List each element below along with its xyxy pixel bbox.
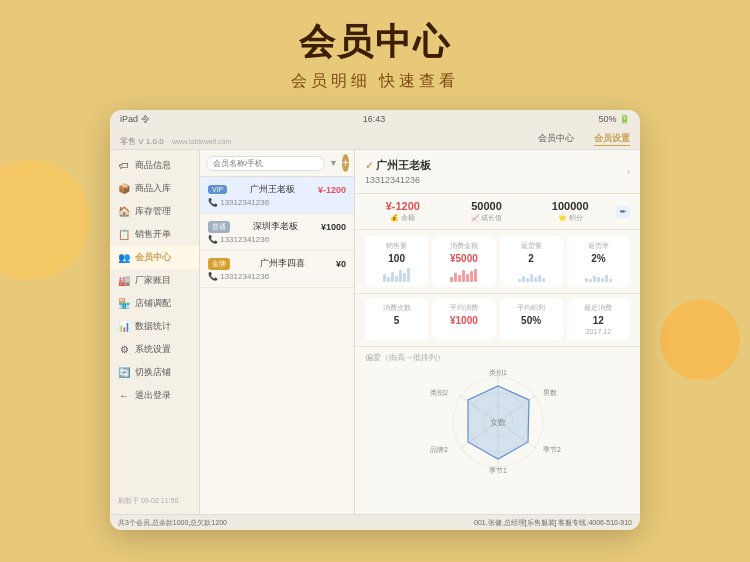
sidebar-label-logout: 退出登录 <box>135 389 171 402</box>
status-time: 16:43 <box>363 114 386 124</box>
data-grid-2: 消费次数 5 平均消费 ¥1000 平均积利 50% 最近消费 12 201 <box>355 294 640 347</box>
member-badge-1: VIP <box>208 185 227 194</box>
stat-balance: ¥-1200 💰 余额 <box>365 200 441 223</box>
svg-text:季节1: 季节1 <box>489 467 507 474</box>
sidebar-label-product-info: 商品信息 <box>135 159 171 172</box>
sidebar-item-logout[interactable]: ← 退出登录 <box>110 384 199 407</box>
status-bottom-right: 001,张健,总经理[乐售服装] 客服专线:4006-510-910 <box>474 518 632 528</box>
sidebar-item-product-info[interactable]: 🏷 商品信息 <box>110 154 199 177</box>
stat-growth-label: 📈 成长值 <box>449 213 525 223</box>
edit-button[interactable]: ✏ <box>616 206 630 218</box>
sidebar-item-factory[interactable]: 🏭 厂家账目 <box>110 269 199 292</box>
inventory-icon: 🏠 <box>118 206 130 217</box>
member-phone-1: 📞 13312341236 <box>208 198 346 207</box>
member-name-3: 广州李四喜 <box>260 257 305 270</box>
member-item-3[interactable]: 金牌 广州李四喜 ¥0 📞 13312341236 <box>200 251 354 288</box>
cell-sales-sparkline <box>371 266 422 282</box>
sidebar-item-stores[interactable]: 🏪 店铺调配 <box>110 292 199 315</box>
member-detail-panel: 广州王老板 13312341236 › ¥-1200 💰 余额 50000 📈 … <box>355 150 640 514</box>
member-item-2[interactable]: 普通 深圳李老板 ¥1000 📞 13312341236 <box>200 214 354 251</box>
member-item-1[interactable]: VIP 广州王老板 ¥-1200 📞 13312341236 <box>200 177 354 214</box>
sidebar-item-settings[interactable]: ⚙ 系统设置 <box>110 338 199 361</box>
app-site: www.tablewell.com <box>172 138 231 145</box>
stat-points: 100000 ⭐ 积分 <box>532 200 608 223</box>
bg-decoration-right <box>660 300 740 380</box>
sidebar-item-product-import[interactable]: 📦 商品入库 <box>110 177 199 200</box>
svg-text:类别2: 类别2 <box>430 389 448 396</box>
member-edit-button[interactable]: › <box>627 167 630 177</box>
device-frame: iPad 令 16:43 50% 🔋 零售 V 1.0.0 www.tablew… <box>110 110 640 530</box>
app-version-info: 零售 V 1.0.0 www.tablewell.com <box>120 130 231 148</box>
cell-avg-consume-label: 平均消费 <box>438 303 489 313</box>
stat-growth: 50000 📈 成长值 <box>449 200 525 223</box>
status-bar-bottom: 共3个会员,总余款1000,总欠款1200 001,张健,总经理[乐售服装] 客… <box>110 514 640 530</box>
member-name-2: 深圳李老板 <box>253 220 298 233</box>
member-phone-3: 📞 13312341236 <box>208 272 346 281</box>
cell-avg-profit: 平均积利 50% <box>500 298 563 340</box>
sidebar-label-stats: 数据统计 <box>135 320 171 333</box>
title-area: 会员中心 会员明细 快速查看 <box>0 0 750 100</box>
switch-icon: 🔄 <box>118 367 130 378</box>
member-search-input[interactable] <box>206 156 325 171</box>
sidebar-label-inventory: 库存管理 <box>135 205 171 218</box>
sidebar-item-members[interactable]: 👥 会员中心 <box>110 246 199 269</box>
cell-avg-consume-value: ¥1000 <box>438 315 489 326</box>
sidebar: 🏷 商品信息 📦 商品入库 🏠 库存管理 📋 销售开单 👥 会员中心 🏭 <box>110 150 200 514</box>
stat-growth-value: 50000 <box>449 200 525 212</box>
cell-last-consume: 最近消费 12 2017.12 <box>567 298 630 340</box>
sidebar-item-stats[interactable]: 📊 数据统计 <box>110 315 199 338</box>
member-badge-3: 金牌 <box>208 258 230 270</box>
member-amount-1: ¥-1200 <box>318 185 346 195</box>
sidebar-label-stores: 店铺调配 <box>135 297 171 310</box>
page-subtitle: 会员明细 快速查看 <box>0 71 750 92</box>
settings-icon: ⚙ <box>118 344 130 355</box>
tab-member-settings[interactable]: 会员设置 <box>594 132 630 146</box>
bg-decoration-left <box>0 160 90 280</box>
sidebar-item-inventory[interactable]: 🏠 库存管理 <box>110 200 199 223</box>
radar-container: 类别1 男数 季节2 季节1 品牌2 类别2 女数 <box>365 367 630 477</box>
member-add-button[interactable]: + <box>342 154 349 172</box>
stat-points-value: 100000 <box>532 200 608 212</box>
cell-consume-label: 消费金额 <box>438 241 489 251</box>
cell-return-rate-label: 返货率 <box>573 241 624 251</box>
svg-text:男数: 男数 <box>543 389 557 396</box>
sidebar-label-members: 会员中心 <box>135 251 171 264</box>
cell-consume-amount: 消费金额 ¥5000 <box>432 236 495 287</box>
member-info-card: 广州王老板 13312341236 › <box>355 150 640 194</box>
cell-return-rate: 返货率 2% <box>567 236 630 287</box>
cell-return-rate-sparkline <box>573 266 624 282</box>
member-search-bar: ▼ + <box>200 150 354 177</box>
member-info-left: 广州王老板 13312341236 <box>365 158 431 185</box>
member-filter-button[interactable]: ▼ <box>329 158 338 168</box>
cell-consume-sparkline <box>438 266 489 282</box>
cell-last-consume-value: 12 <box>573 315 624 326</box>
cell-avg-profit-value: 50% <box>506 315 557 326</box>
member-list-panel: ▼ + VIP 广州王老板 ¥-1200 📞 13312341236 普通 <box>200 150 355 514</box>
svg-text:女数: 女数 <box>490 418 506 427</box>
tab-member-center[interactable]: 会员中心 <box>538 132 574 146</box>
sidebar-item-switch[interactable]: 🔄 切换店铺 <box>110 361 199 384</box>
member-amount-2: ¥1000 <box>321 222 346 232</box>
sidebar-item-sales[interactable]: 📋 销售开单 <box>110 223 199 246</box>
cell-return-volume: 返货量 2 <box>500 236 563 287</box>
stat-balance-value: ¥-1200 <box>365 200 441 212</box>
cell-avg-consume: 平均消费 ¥1000 <box>432 298 495 340</box>
status-bar: iPad 令 16:43 50% 🔋 <box>110 110 640 128</box>
sales-icon: 📋 <box>118 229 130 240</box>
sidebar-label-factory: 厂家账目 <box>135 274 171 287</box>
stats-row: ¥-1200 💰 余额 50000 📈 成长值 100000 ⭐ 积分 ✏ <box>355 194 640 230</box>
product-import-icon: 📦 <box>118 183 130 194</box>
member-detail-phone: 13312341236 <box>365 175 431 185</box>
stores-icon: 🏪 <box>118 298 130 309</box>
cell-sales-volume: 销售量 100 <box>365 236 428 287</box>
cell-sales-label: 销售量 <box>371 241 422 251</box>
status-battery: 50% 🔋 <box>598 114 630 124</box>
refresh-time: 刷新于 09-02 11:50 <box>110 492 199 510</box>
sidebar-label-sales: 销售开单 <box>135 228 171 241</box>
sidebar-label-settings: 系统设置 <box>135 343 171 356</box>
cell-return-sparkline <box>506 266 557 282</box>
status-bottom-left: 共3个会员,总余款1000,总欠款1200 <box>118 518 227 528</box>
cell-avg-profit-label: 平均积利 <box>506 303 557 313</box>
sidebar-label-switch: 切换店铺 <box>135 366 171 379</box>
app-version: 零售 V 1.0.0 <box>120 137 164 146</box>
